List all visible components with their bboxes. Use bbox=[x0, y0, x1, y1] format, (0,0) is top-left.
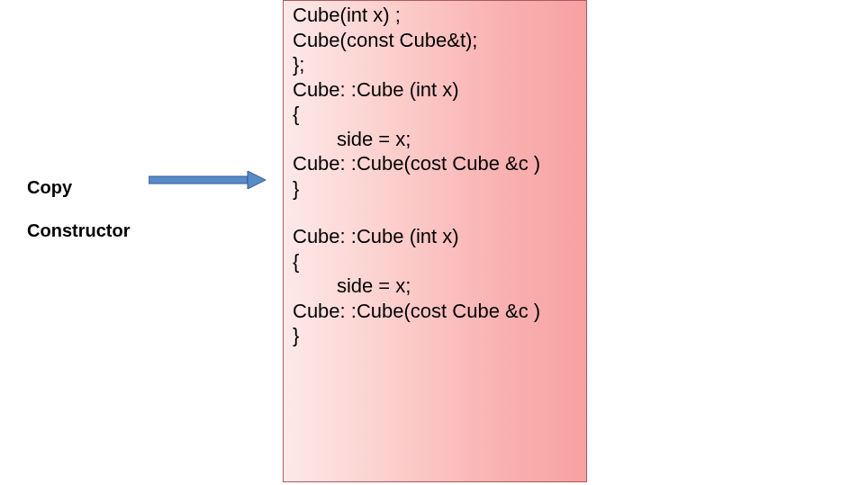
arrow-right-icon bbox=[149, 171, 266, 189]
code-line: { bbox=[293, 249, 577, 274]
code-line: Cube: :Cube(cost Cube &c ) bbox=[293, 151, 577, 176]
svg-rect-0 bbox=[149, 176, 248, 184]
code-line: Cube(const Cube&t); bbox=[293, 28, 577, 53]
label-line-2: Constructor bbox=[27, 220, 130, 240]
code-line: Cube: :Cube (int x) bbox=[293, 77, 577, 103]
slide: Copy Constructor Cube(int x) ; Cube(cons… bbox=[0, 0, 868, 485]
code-line: } bbox=[293, 323, 577, 348]
svg-marker-1 bbox=[248, 171, 266, 189]
code-line: Cube: :Cube(cost Cube &c ) bbox=[293, 299, 577, 324]
code-line: Cube: :Cube (int x) bbox=[293, 224, 577, 249]
code-line: }; bbox=[293, 52, 577, 77]
code-line: { bbox=[293, 102, 577, 127]
code-line: side = x; bbox=[293, 127, 577, 152]
blank-gap bbox=[293, 201, 577, 224]
copy-constructor-label: Copy Constructor bbox=[27, 155, 130, 241]
code-line: Cube(int x) ; bbox=[293, 3, 577, 28]
code-line: side = x; bbox=[293, 274, 577, 299]
code-line: } bbox=[293, 176, 577, 202]
code-box: Cube(int x) ; Cube(const Cube&t); }; Cub… bbox=[283, 0, 587, 482]
label-line-1: Copy bbox=[27, 177, 72, 197]
